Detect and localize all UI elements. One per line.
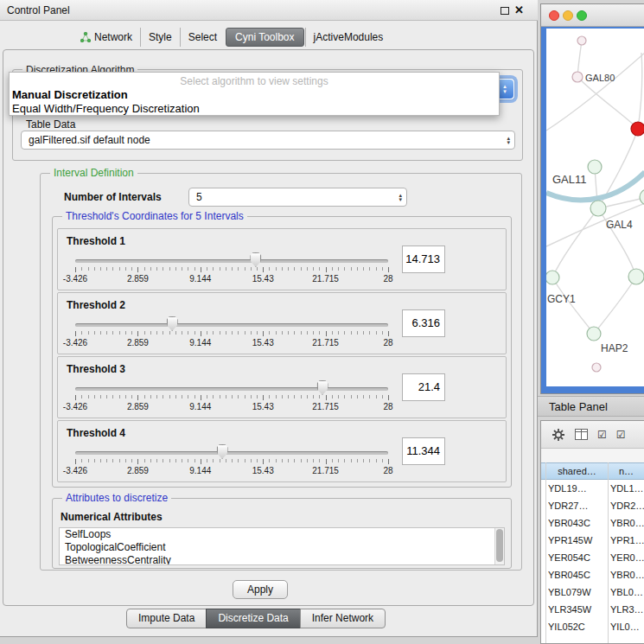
threshold-slider[interactable]: -3.4262.8599.14415.4321.71528 (75, 442, 388, 481)
network-node[interactable] (628, 269, 644, 284)
slider-tick (245, 331, 245, 335)
table-cell-name: YDR2… (610, 497, 644, 514)
table-panel-header[interactable]: Table Panel (538, 396, 644, 417)
apply-button[interactable]: Apply (233, 580, 288, 599)
minimize-traffic-light-icon[interactable] (563, 10, 573, 21)
network-canvas[interactable]: GAL80GAL11GAL4GCY1HAP2 (546, 29, 644, 386)
network-edge[interactable] (638, 53, 642, 129)
tab-style[interactable]: Style (140, 28, 180, 47)
algorithm-option[interactable]: Equal Width/Frequency Discretization (10, 102, 499, 116)
threshold-box: Threshold 4-3.4262.8599.14415.4321.71528… (57, 420, 507, 482)
slider-tick (376, 267, 377, 271)
tab-select[interactable]: Select (180, 28, 225, 47)
network-node[interactable] (577, 36, 586, 45)
network-node[interactable] (546, 271, 559, 284)
network-edge[interactable] (594, 277, 636, 334)
slider-tick (88, 459, 89, 462)
tab-discretize-data[interactable]: Discretize Data (206, 609, 300, 628)
slider-tick (106, 395, 107, 399)
network-window-titlebar[interactable] (541, 4, 644, 27)
zoom-traffic-light-icon[interactable] (577, 10, 587, 21)
slider-thumb[interactable] (317, 380, 328, 395)
slider-thumb[interactable] (250, 252, 261, 267)
attribute-item[interactable]: SelfLoops (60, 528, 504, 541)
slider-tick (88, 331, 89, 335)
network-node[interactable] (587, 327, 601, 341)
table-row[interactable]: YLR345WYLR3… (541, 601, 644, 618)
slider-tick (226, 459, 226, 462)
gear-icon[interactable] (552, 428, 565, 442)
threshold-slider[interactable]: -3.4262.8599.14415.4321.71528 (75, 314, 388, 354)
slider-tick (238, 459, 239, 462)
threshold-slider[interactable]: -3.4262.8599.14415.4321.71528 (75, 378, 388, 418)
slider-track[interactable] (75, 259, 388, 263)
column-header-name[interactable]: n… (608, 463, 644, 481)
slider-tick (238, 331, 239, 335)
float-window-icon[interactable] (501, 7, 509, 15)
slider-thumb[interactable] (167, 316, 178, 331)
attribute-item[interactable]: TopologicalCoefficient (60, 541, 504, 554)
table-cell-shared-name: YLR345W (548, 601, 607, 618)
slider-track[interactable] (75, 387, 388, 391)
tab-cyni-toolbox[interactable]: Cyni Toolbox (226, 28, 303, 47)
table-row[interactable]: YDR27…YDR2… (541, 497, 644, 514)
table-row[interactable]: YBR045CYBR0… (541, 566, 644, 583)
slider-track[interactable] (75, 323, 388, 327)
slider-scale-label: 9.144 (189, 402, 211, 411)
tab-network[interactable]: Network (73, 28, 140, 47)
algorithm-dropdown-popup: Select algorithm to view settings Manual… (9, 72, 500, 116)
table-row[interactable]: YER054CYER0… (541, 549, 644, 566)
tab-infer-network[interactable]: Infer Network (300, 609, 386, 628)
slider-scale-label: 15.43 (252, 338, 274, 348)
table-row[interactable]: YDL19…YDL1… (541, 480, 644, 497)
list-scrollbar[interactable] (494, 528, 504, 564)
network-edge[interactable] (552, 208, 598, 277)
close-icon[interactable]: ✕ (514, 3, 524, 16)
slider-track[interactable] (75, 451, 388, 455)
network-node[interactable] (640, 189, 644, 205)
table-data-combobox[interactable]: galFiltered.sif default node ▴ ▾ (21, 131, 515, 150)
table-row[interactable]: YBR043CYBR0… (541, 514, 644, 532)
slider-tick (344, 395, 345, 399)
slider-tick (213, 267, 214, 271)
slider-tick (269, 459, 270, 462)
slider-thumb[interactable] (217, 444, 228, 459)
network-node-selected[interactable] (631, 122, 644, 136)
columns-icon[interactable] (575, 429, 588, 440)
slider-tick (81, 459, 82, 462)
control-panel-titlebar[interactable]: Control Panel ✕ (0, 0, 538, 21)
column-header-shared-name[interactable]: shared… (545, 463, 608, 481)
slider-tick (213, 331, 214, 335)
algorithm-option[interactable]: Manual Discretization (10, 88, 499, 102)
threshold-value-field[interactable]: 21.4 (402, 373, 445, 401)
attributes-group-title: Attributes to discretize (62, 492, 171, 504)
network-node[interactable] (590, 201, 606, 216)
checkbox-icon[interactable]: ☑ (597, 429, 607, 441)
table-row[interactable]: YBL079WYBL0… (541, 583, 644, 601)
number-of-intervals-label: Number of Intervals (64, 191, 162, 203)
number-of-intervals-combobox[interactable]: 5 ▴ ▾ (188, 188, 407, 207)
tab-impute-data[interactable]: Impute Data (126, 609, 207, 628)
network-edge[interactable] (546, 53, 644, 131)
threshold-slider[interactable]: -3.4262.8599.14415.4321.71528 (75, 250, 388, 290)
checkbox-icon[interactable]: ☑ (616, 429, 626, 441)
tab-jactivemodules[interactable]: jActiveModules (305, 28, 392, 47)
numerical-attributes-list[interactable]: SelfLoopsTopologicalCoefficientBetweenne… (59, 527, 505, 565)
table-row[interactable]: YIL052CYIL0… (541, 618, 644, 635)
threshold-value-field[interactable]: 14.713 (402, 245, 445, 273)
combobox-stepper[interactable]: ▴ ▾ (399, 193, 402, 201)
slider-tick (75, 267, 76, 272)
threshold-value-field[interactable]: 6.316 (402, 309, 445, 337)
network-node[interactable] (588, 160, 602, 174)
combobox-stepper[interactable]: ▴ ▾ (507, 136, 510, 144)
table-row[interactable]: YPR145WYPR1… (541, 532, 644, 549)
slider-tick (351, 395, 352, 399)
network-node[interactable] (592, 363, 601, 372)
slider-tick (269, 331, 270, 335)
network-node[interactable] (572, 72, 583, 82)
scrollbar-thumb[interactable] (496, 529, 503, 562)
threshold-value-field[interactable]: 11.344 (402, 437, 445, 465)
close-traffic-light-icon[interactable] (549, 10, 559, 21)
network-edge[interactable] (552, 277, 594, 334)
attribute-item[interactable]: BetweennessCentrality (60, 554, 504, 565)
